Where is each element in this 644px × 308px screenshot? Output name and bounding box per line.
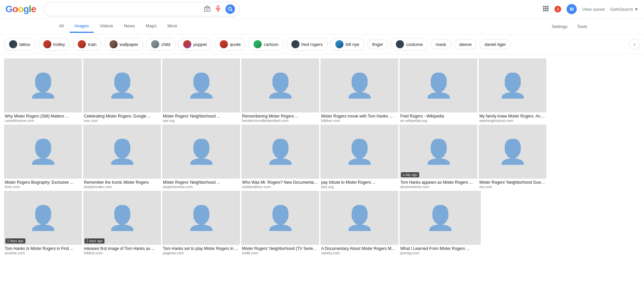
image-item[interactable]: 👤Mister Rogers Biography: Exclusive ...t… xyxy=(4,125,82,189)
image-item[interactable]: 👤What I Learned From Mister Rogers ...ps… xyxy=(400,191,481,256)
video-badge: a day ago xyxy=(401,172,419,177)
image-item[interactable]: 👤Celebrating Mister Rogers: Google ...vo… xyxy=(83,58,161,123)
apps-icon[interactable] xyxy=(542,5,549,14)
image-source: triblive.com xyxy=(321,119,398,123)
image-item[interactable]: 👤Mister Rogers movie with Tom Hanks ...t… xyxy=(320,58,398,123)
chip-label: cartoon xyxy=(264,42,278,47)
svg-point-2 xyxy=(228,7,231,10)
image-item[interactable]: 👤Mister Rogers' Neighborhood ...angelusn… xyxy=(162,125,240,189)
filter-chip-costume[interactable]: costume xyxy=(391,38,428,51)
image-source: pbs.org xyxy=(321,185,398,189)
image-row-2: 👤2 days agoTom Hanks Is Mister Rogers in… xyxy=(4,191,640,256)
svg-rect-9 xyxy=(547,8,548,9)
chip-image xyxy=(220,40,228,48)
nav-all[interactable]: All xyxy=(54,20,68,33)
filter-chip-puppet[interactable]: puppet xyxy=(178,38,212,51)
voice-search-button[interactable] xyxy=(215,5,221,14)
settings-link[interactable]: Settings xyxy=(549,21,570,32)
chip-label: trolley xyxy=(53,42,65,47)
chip-label: sleeve xyxy=(459,42,472,47)
image-item[interactable]: 👤Mister Rogers' Neighborhood (TV Series … xyxy=(241,191,319,256)
image-source: time.com xyxy=(5,185,81,189)
image-source: vox.com xyxy=(84,119,160,123)
image-source: eonline.com xyxy=(5,251,81,255)
image-item[interactable]: 👤Tom Hanks set to play Mister Rogers in … xyxy=(162,191,240,256)
image-source: washingtonpost.com xyxy=(479,119,546,123)
image-title: Mister Rogers' Neighborhood ... xyxy=(163,180,239,185)
image-source: pagesix.com xyxy=(163,251,239,255)
image-item[interactable]: 👤Why Mister Rogers (Still) Matters ...ru… xyxy=(4,58,82,123)
nav-right: Settings Tools xyxy=(549,21,590,32)
image-title: Why Mister Rogers (Still) Matters ... xyxy=(5,114,81,119)
svg-line-3 xyxy=(231,10,233,11)
image-item[interactable]: 👤a day agoTom Hanks appears as Mister Ro… xyxy=(400,125,477,189)
nav-news[interactable]: News xyxy=(119,20,140,33)
image-source: angelusnews.com xyxy=(163,185,239,189)
svg-rect-5 xyxy=(545,6,547,7)
filter-chip-finger[interactable]: finger xyxy=(367,40,388,49)
image-item[interactable]: 👤Fred Rogers - Wikipediaen.wikipedia.org xyxy=(400,58,477,123)
chip-label: quote xyxy=(230,42,241,47)
search-input[interactable]: mister rogers xyxy=(49,6,200,12)
image-item[interactable]: 👤Mister Rogers' Neighborhood Guest Stars… xyxy=(479,125,546,189)
avatar[interactable]: M xyxy=(567,4,577,14)
image-row-0: 👤Why Mister Rogers (Still) Matters ...ru… xyxy=(4,58,640,123)
filter-chip-trolley[interactable]: trolley xyxy=(38,38,70,51)
image-title: Celebrating Mister Rogers: Google ... xyxy=(84,114,160,119)
google-logo: Google xyxy=(5,4,36,15)
tools-link[interactable]: Tools xyxy=(574,21,590,32)
chip-label: tattoo xyxy=(19,42,30,47)
camera-search-button[interactable] xyxy=(204,5,211,14)
filter-chip-fred-rogers[interactable]: fred rogers xyxy=(286,38,328,51)
image-grid: 👤Why Mister Rogers (Still) Matters ...ru… xyxy=(0,54,644,261)
filter-chip-quote[interactable]: quote xyxy=(215,38,246,51)
filter-chip-tattoo[interactable]: tattoo xyxy=(4,38,35,51)
filter-chip-sleeve[interactable]: sleeve xyxy=(454,40,477,49)
chip-label: fred rogers xyxy=(302,42,323,47)
image-item[interactable]: 👤Who Was Mr. Rogers? New Documentary ...… xyxy=(241,125,319,189)
image-item[interactable]: 👤A Documentary About Mister Rogers Makes… xyxy=(320,191,398,256)
svg-rect-10 xyxy=(543,10,545,11)
image-title: releases first image of Tom Hanks as ... xyxy=(84,246,160,251)
filter-chip-cartoon[interactable]: cartoon xyxy=(248,38,283,51)
nav-images[interactable]: Images xyxy=(70,20,94,33)
safe-search-button[interactable]: SafeSearch ▼ xyxy=(610,7,639,12)
image-item[interactable]: 👤My family knew Mister Rogers. And yes .… xyxy=(479,58,546,123)
image-item[interactable]: 👤Mister Rogers' Neighborhood ...npr.org xyxy=(162,58,240,123)
filters-bar: tattootrolleytrainwallpaperchildpuppetqu… xyxy=(0,34,644,54)
image-title: Fred Rogers - Wikipedia xyxy=(400,114,477,119)
chip-image xyxy=(335,40,343,48)
nav-videos[interactable]: Videos xyxy=(95,20,118,33)
image-item[interactable]: 👤Remembering Mister Rogers ...hendersonv… xyxy=(241,58,319,123)
filter-chip-mask[interactable]: mask xyxy=(431,40,451,49)
image-title: Remembering Mister Rogers ... xyxy=(242,114,318,119)
image-item[interactable]: 👤pay tribute to Mister Rogers ...pbs.org xyxy=(320,125,398,189)
notifications-button[interactable]: 1 xyxy=(554,6,561,12)
image-source: npr.org xyxy=(163,119,239,123)
image-title: pay tribute to Mister Rogers ... xyxy=(321,180,398,185)
image-title: Mister Rogers' Neighborhood (TV Series .… xyxy=(242,246,318,251)
header: Google mister rogers 1 M View saved Safe… xyxy=(0,0,644,19)
nav-more[interactable]: More xyxy=(163,20,182,33)
image-item[interactable]: 👤Remember the Iconic Mister Rogersstudyb… xyxy=(83,125,161,189)
svg-point-0 xyxy=(206,7,209,9)
chip-label: mask xyxy=(436,42,446,47)
filter-chip-child[interactable]: child xyxy=(146,38,175,51)
filter-chip-daniel-tiger[interactable]: daniel tiger xyxy=(479,40,511,49)
image-item[interactable]: 👤2 days agoTom Hanks Is Mister Rogers in… xyxy=(4,191,82,256)
filter-chip-bill-nye[interactable]: bill nye xyxy=(330,38,364,51)
video-badge: 2 days ago xyxy=(85,238,104,243)
filter-chip-wallpaper[interactable]: wallpaper xyxy=(104,38,144,51)
image-title: Mister Rogers Biography: Exclusive ... xyxy=(5,180,81,185)
image-item[interactable]: 👤2 days agoreleases first image of Tom H… xyxy=(83,191,161,256)
nav-maps[interactable]: Maps xyxy=(141,20,161,33)
filter-chip-train[interactable]: train xyxy=(73,38,101,51)
view-saved-link[interactable]: View saved xyxy=(582,7,604,12)
image-title: Tom Hanks appears as Mister Rogers ... xyxy=(400,180,477,185)
chip-label: wallpaper xyxy=(120,42,139,47)
search-box: mister rogers xyxy=(44,2,240,16)
filters-scroll-right[interactable]: › xyxy=(629,39,640,50)
chip-label: train xyxy=(88,42,96,47)
image-source: variety.com xyxy=(321,251,398,255)
search-button[interactable] xyxy=(225,4,235,14)
